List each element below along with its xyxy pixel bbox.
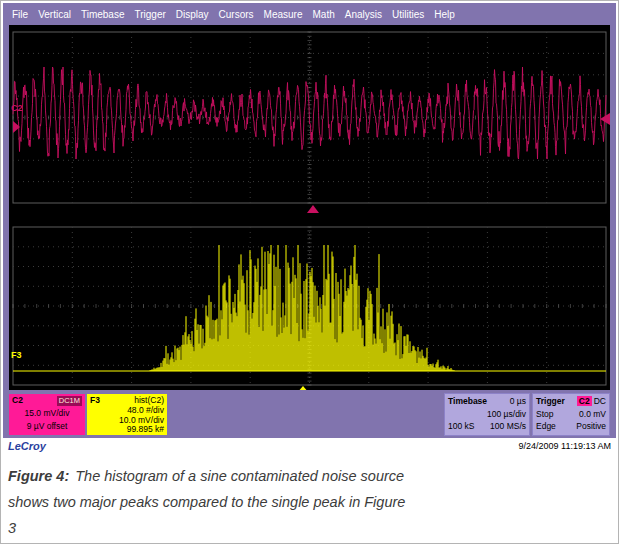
f3-label: F3 [90, 396, 100, 406]
timebase-panel[interactable]: Timebase 0 µs 100 µs/div 100 kS 100 MS/s [444, 393, 530, 436]
trace-f3-descriptor[interactable]: F3 hist(C2) 48.0 #/div 10.0 mV/div 99.89… [87, 394, 167, 435]
menu-item-trigger[interactable]: Trigger [129, 9, 170, 20]
c2-offset: 9 µV offset [12, 422, 82, 432]
menu-item-cursors[interactable]: Cursors [214, 9, 259, 20]
menu-item-vertical[interactable]: Vertical [33, 9, 76, 20]
status-strip: LeCroy 9/24/2009 11:19:13 AM [3, 438, 616, 454]
trigger-type-row: Edge Positive [536, 420, 606, 433]
menu-item-utilities[interactable]: Utilities [387, 9, 429, 20]
trigger-level: 0.0 mV [579, 408, 606, 421]
timebase-sampling-row: 100 kS 100 MS/s [448, 420, 526, 433]
trigger-panel[interactable]: Trigger C2DC Stop 0.0 mV Edge Positive [532, 393, 610, 436]
scope-graticule: C2F3 [9, 25, 610, 390]
menu-bar: File Vertical Timebase Trigger Display C… [3, 3, 616, 25]
trigger-source: C2 [577, 396, 592, 406]
trigger-mode: Stop [536, 408, 554, 421]
menu-item-timebase[interactable]: Timebase [76, 9, 130, 20]
c2-coupling: DC1M [57, 396, 82, 406]
trigger-time-marker-icon[interactable] [307, 205, 319, 213]
timebase-record-length: 100 kS [448, 420, 474, 433]
menu-item-measure[interactable]: Measure [259, 9, 308, 20]
menu-item-analysis[interactable]: Analysis [340, 9, 387, 20]
oscilloscope-window: File Vertical Timebase Trigger Display C… [3, 3, 616, 454]
timebase-sample-rate: 100 MS/s [490, 420, 526, 433]
menu-item-display[interactable]: Display [171, 9, 214, 20]
figure-caption: Figure 4:The histogram of a sine contami… [8, 463, 408, 541]
f3-histogram-trace [150, 245, 454, 371]
channel-c2-descriptor[interactable]: C2 DC1M 15.0 mV/div 9 µV offset [9, 394, 85, 435]
datetime-display: 9/24/2009 11:19:13 AM [519, 441, 611, 451]
menu-item-math[interactable]: Math [308, 9, 340, 20]
figure-caption-label: Figure 4: [8, 468, 69, 484]
c2-waveform-trace [13, 67, 606, 159]
c2-title-row: C2 DC1M [12, 396, 82, 406]
histogram-center-marker-icon[interactable] [297, 386, 309, 390]
trigger-coupling: DC [594, 396, 606, 406]
lecroy-logo: LeCroy [8, 440, 46, 452]
trigger-title: Trigger [536, 395, 565, 408]
f3-trace-label: F3 [11, 350, 22, 360]
menu-item-file[interactable]: File [7, 9, 33, 20]
f3-population: 99.895 k# [90, 425, 164, 435]
menu-item-help[interactable]: Help [429, 9, 460, 20]
c2-label: C2 [12, 396, 23, 406]
timebase-header: Timebase 0 µs [448, 395, 526, 408]
trigger-type: Edge [536, 420, 556, 433]
timebase-title: Timebase [448, 395, 487, 408]
trigger-slope: Positive [576, 420, 606, 433]
c2-trace-label: C2 [11, 103, 23, 113]
trigger-source-coupling: C2DC [577, 395, 606, 408]
timebase-time-per-div: 100 µs/div [448, 408, 526, 421]
c2-volts-per-div: 15.0 mV/div [12, 409, 82, 419]
trigger-mode-row: Stop 0.0 mV [536, 408, 606, 421]
scope-display: C2F3 [9, 25, 610, 390]
timebase-delay: 0 µs [510, 395, 526, 408]
page: File Vertical Timebase Trigger Display C… [0, 0, 619, 544]
trigger-header: Trigger C2DC [536, 395, 606, 408]
